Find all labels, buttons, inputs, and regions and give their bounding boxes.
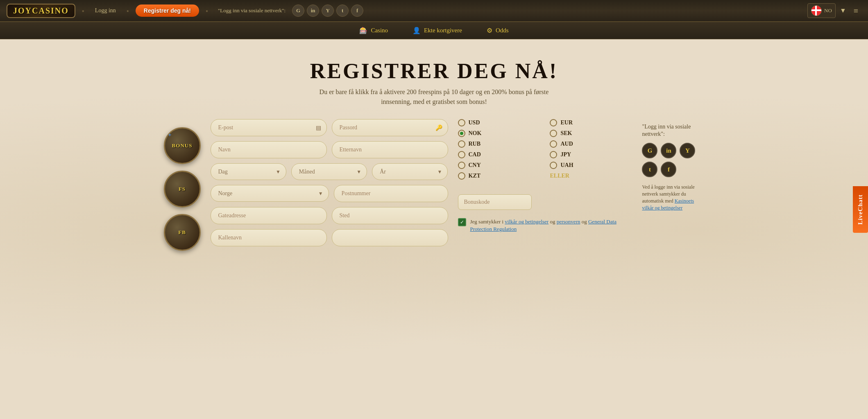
norway-flag [811, 6, 821, 16]
email-icon: ▤ [316, 124, 321, 131]
odds-nav-item[interactable]: ⚙ Odds [487, 27, 509, 34]
dot-divider-3: ● [206, 9, 208, 13]
freespins-badge[interactable]: FS [164, 171, 201, 207]
sek-radio[interactable] [550, 130, 557, 137]
top-navigation: JOYCASINO ● Logg inn ● Registrer deg nå!… [0, 0, 868, 22]
currency-cad[interactable]: CAD [458, 151, 540, 158]
registration-form: ▤ 🔑 Dag ▼ [211, 119, 448, 251]
hamburger-menu-icon[interactable]: ≡ [850, 5, 861, 17]
page-title: REGISTRER DEG NÅ! [0, 59, 868, 83]
live-dealers-icon: 👤 [412, 27, 421, 34]
flag-icon [811, 5, 822, 16]
right-form-section: USD EUR NOK SEK RUB [458, 119, 632, 251]
dot-divider-1: ● [82, 9, 84, 13]
street-input[interactable] [211, 207, 327, 224]
freebet-badge-label: FB [178, 229, 186, 236]
live-dealers-nav-label: Ekte kortgivere [424, 27, 462, 34]
cny-label: CNY [469, 162, 481, 169]
bonus-badge[interactable]: + BONUS [164, 127, 201, 164]
email-field-wrapper: ▤ [211, 119, 327, 136]
main-content: REGISTRER DEG NÅ! Du er bare få klikk fr… [0, 39, 868, 419]
currency-rub[interactable]: RUB [458, 140, 540, 148]
email-input[interactable] [211, 119, 327, 136]
linkedin-social-icon[interactable]: in [307, 5, 319, 17]
social-icons-group: G in Y t f [292, 5, 363, 17]
uah-label: UAH [560, 162, 573, 169]
terms-link[interactable]: vilkår og betingelser [505, 219, 548, 225]
login-link[interactable]: Logg inn [91, 6, 120, 16]
bonus-code-input[interactable] [458, 194, 532, 210]
year-select[interactable]: År [372, 163, 448, 180]
firstname-input[interactable] [211, 141, 327, 158]
consent-text-before: Jeg samtykker i [470, 219, 505, 225]
casino-nav-item[interactable]: 🎰 Casino [359, 27, 388, 34]
register-button[interactable]: Registrer deg nå! [136, 5, 199, 17]
month-select[interactable]: Måned [291, 163, 367, 180]
consent-text-mid1: og [550, 219, 556, 225]
dropdown-arrow-icon[interactable]: ▼ [840, 7, 846, 14]
password-input[interactable] [332, 119, 448, 136]
country-code: NO [824, 7, 832, 14]
social-label: "Logg inn via sosiale nettverk": [218, 7, 286, 14]
nickname-phone-row: +47 [211, 229, 448, 246]
phone-input[interactable]: +47 [332, 229, 448, 246]
cad-radio[interactable] [458, 151, 465, 158]
month-wrapper: Måned ▼ [291, 163, 367, 180]
aud-radio[interactable] [550, 140, 557, 148]
right-facebook-icon[interactable]: f [661, 162, 676, 177]
kzt-label: KZT [469, 173, 481, 179]
currency-kzt[interactable]: KZT [458, 172, 540, 180]
google-social-icon[interactable]: G [292, 5, 304, 17]
eur-radio[interactable] [550, 119, 557, 126]
consent-checkbox[interactable]: ✓ [458, 218, 466, 226]
country-select[interactable]: Norge [211, 185, 329, 202]
page-title-section: REGISTRER DEG NÅ! [0, 39, 868, 87]
secondary-navigation: 🎰 Casino 👤 Ekte kortgivere ⚙ Odds [0, 22, 868, 39]
dot-divider-2: ● [127, 9, 129, 13]
currency-aud[interactable]: AUD [550, 140, 632, 148]
social-note: Ved å logge inn via sosiale nettverk sam… [642, 184, 704, 211]
rub-radio[interactable] [458, 140, 465, 148]
city-input[interactable] [332, 207, 448, 224]
consent-text: Jeg samtykker i vilkår og betingelser og… [470, 218, 632, 233]
facebook-social-icon[interactable]: f [351, 5, 363, 17]
consent-section: ✓ Jeg samtykker i vilkår og betingelser … [458, 218, 632, 233]
nickname-input[interactable] [211, 229, 327, 246]
cny-radio[interactable] [458, 162, 465, 169]
tumblr-social-icon[interactable]: t [336, 5, 349, 17]
currency-sek[interactable]: SEK [550, 130, 632, 137]
currency-nok[interactable]: NOK [458, 130, 540, 137]
rub-label: RUB [469, 141, 481, 147]
privacy-link[interactable]: personvern [557, 219, 580, 225]
right-tumblr-icon[interactable]: t [642, 162, 657, 177]
nav-right: NO ▼ ≡ [807, 3, 861, 18]
bonus-badge-label: BONUS [172, 142, 193, 149]
live-chat-button[interactable]: LiveChatt [853, 186, 868, 233]
kzt-radio[interactable] [458, 172, 465, 180]
email-password-row: ▤ 🔑 [211, 119, 448, 136]
lastname-input[interactable] [332, 141, 448, 158]
nok-radio[interactable] [458, 130, 465, 137]
password-field-wrapper: 🔑 [332, 119, 448, 136]
right-yahoo-icon[interactable]: Y [680, 143, 695, 158]
currency-eur[interactable]: EUR [550, 119, 632, 126]
usd-radio[interactable] [458, 119, 465, 126]
currency-usd[interactable]: USD [458, 119, 540, 126]
day-select[interactable]: Dag [211, 163, 286, 180]
day-wrapper: Dag ▼ [211, 163, 286, 180]
currency-jpy[interactable]: JPY [550, 151, 632, 158]
currency-cny[interactable]: CNY [458, 162, 540, 169]
right-google-icon[interactable]: G [642, 143, 657, 158]
postal-input[interactable] [334, 185, 448, 202]
jpy-radio[interactable] [550, 151, 557, 158]
odds-icon: ⚙ [487, 27, 492, 34]
consent-text-mid2: og [582, 219, 588, 225]
language-selector[interactable]: NO [807, 3, 836, 18]
live-dealers-nav-item[interactable]: 👤 Ekte kortgivere [412, 27, 462, 34]
yahoo-social-icon[interactable]: Y [322, 5, 334, 17]
page-subtitle: Du er bare få klikk fra å aktivere 200 f… [311, 87, 557, 107]
right-linkedin-icon[interactable]: in [661, 143, 676, 158]
currency-uah[interactable]: UAH [550, 162, 632, 169]
freebet-badge[interactable]: FB [164, 214, 201, 251]
uah-radio[interactable] [550, 162, 557, 169]
